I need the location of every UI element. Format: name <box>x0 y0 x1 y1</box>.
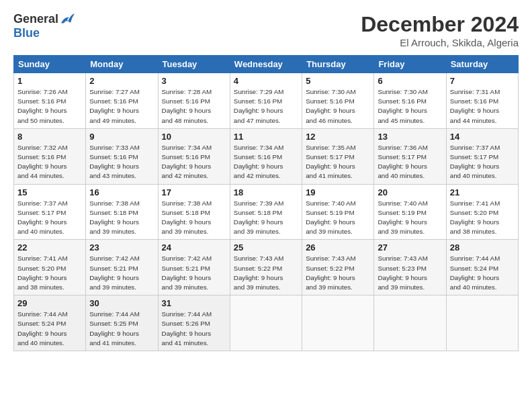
day-info: Sunrise: 7:40 AMSunset: 5:19 PMDaylight:… <box>378 199 442 237</box>
table-row: 19Sunrise: 7:40 AMSunset: 5:19 PMDayligh… <box>302 184 374 240</box>
table-row: 20Sunrise: 7:40 AMSunset: 5:19 PMDayligh… <box>374 184 446 240</box>
day-info: Sunrise: 7:42 AMSunset: 5:21 PMDaylight:… <box>162 254 226 292</box>
table-row: 30Sunrise: 7:44 AMSunset: 5:25 PMDayligh… <box>86 295 158 351</box>
table-row <box>230 295 302 351</box>
day-number: 11 <box>234 132 298 142</box>
day-info: Sunrise: 7:28 AMSunset: 5:16 PMDaylight:… <box>162 87 226 126</box>
day-number: 4 <box>234 76 298 86</box>
day-number: 1 <box>17 76 82 86</box>
col-saturday: Saturday <box>446 56 518 73</box>
table-row: 10Sunrise: 7:34 AMSunset: 5:16 PMDayligh… <box>158 128 230 184</box>
table-row: 8Sunrise: 7:32 AMSunset: 5:16 PMDaylight… <box>14 128 86 184</box>
table-row: 2Sunrise: 7:27 AMSunset: 5:16 PMDaylight… <box>86 73 158 129</box>
day-number: 26 <box>306 242 370 253</box>
day-number: 13 <box>378 132 442 142</box>
col-thursday: Thursday <box>302 56 374 73</box>
col-sunday: Sunday <box>14 56 86 73</box>
day-info: Sunrise: 7:32 AMSunset: 5:16 PMDaylight:… <box>17 143 82 181</box>
day-info: Sunrise: 7:44 AMSunset: 5:24 PMDaylight:… <box>17 310 82 348</box>
calendar-week-2: 8Sunrise: 7:32 AMSunset: 5:16 PMDaylight… <box>14 128 519 184</box>
title-block: December 2024 El Arrouch, Skikda, Algeri… <box>361 12 519 48</box>
day-number: 8 <box>17 132 82 142</box>
day-info: Sunrise: 7:38 AMSunset: 5:18 PMDaylight:… <box>89 199 154 237</box>
day-number: 12 <box>306 132 370 142</box>
day-number: 18 <box>234 187 298 197</box>
day-number: 14 <box>450 132 515 142</box>
day-info: Sunrise: 7:37 AMSunset: 5:17 PMDaylight:… <box>450 143 515 181</box>
table-row: 7Sunrise: 7:31 AMSunset: 5:16 PMDaylight… <box>446 73 518 129</box>
day-number: 19 <box>306 187 370 197</box>
location-subtitle: El Arrouch, Skikda, Algeria <box>361 37 519 48</box>
day-info: Sunrise: 7:41 AMSunset: 5:20 PMDaylight:… <box>450 199 515 237</box>
day-info: Sunrise: 7:35 AMSunset: 5:17 PMDaylight:… <box>306 143 370 181</box>
day-number: 7 <box>450 76 515 86</box>
day-info: Sunrise: 7:44 AMSunset: 5:24 PMDaylight:… <box>450 254 515 292</box>
day-number: 10 <box>162 132 226 142</box>
day-number: 21 <box>450 187 515 197</box>
day-number: 16 <box>89 187 154 197</box>
col-monday: Monday <box>86 56 158 73</box>
day-number: 24 <box>162 242 226 253</box>
logo: General Blue <box>13 12 75 40</box>
table-row: 6Sunrise: 7:30 AMSunset: 5:16 PMDaylight… <box>374 73 446 129</box>
table-row: 23Sunrise: 7:42 AMSunset: 5:21 PMDayligh… <box>86 240 158 295</box>
day-number: 2 <box>89 76 154 86</box>
day-number: 5 <box>306 76 370 86</box>
day-number: 28 <box>450 242 515 253</box>
table-row: 31Sunrise: 7:44 AMSunset: 5:26 PMDayligh… <box>158 295 230 351</box>
calendar-header-row: Sunday Monday Tuesday Wednesday Thursday… <box>14 56 519 73</box>
day-info: Sunrise: 7:34 AMSunset: 5:16 PMDaylight:… <box>234 143 298 181</box>
col-friday: Friday <box>374 56 446 73</box>
day-info: Sunrise: 7:44 AMSunset: 5:25 PMDaylight:… <box>89 310 154 348</box>
day-info: Sunrise: 7:42 AMSunset: 5:21 PMDaylight:… <box>89 254 154 292</box>
day-info: Sunrise: 7:43 AMSunset: 5:23 PMDaylight:… <box>378 254 442 292</box>
calendar-week-3: 15Sunrise: 7:37 AMSunset: 5:17 PMDayligh… <box>14 184 519 240</box>
page-header: General Blue December 2024 El Arrouch, S… <box>13 12 519 48</box>
day-number: 17 <box>162 187 226 197</box>
table-row: 4Sunrise: 7:29 AMSunset: 5:16 PMDaylight… <box>230 73 302 129</box>
day-number: 30 <box>89 298 154 308</box>
day-number: 23 <box>89 242 154 253</box>
table-row: 24Sunrise: 7:42 AMSunset: 5:21 PMDayligh… <box>158 240 230 295</box>
day-info: Sunrise: 7:31 AMSunset: 5:16 PMDaylight:… <box>450 87 515 126</box>
logo-bird-icon <box>60 13 75 26</box>
day-number: 29 <box>17 298 82 308</box>
day-info: Sunrise: 7:34 AMSunset: 5:16 PMDaylight:… <box>162 143 226 181</box>
table-row: 28Sunrise: 7:44 AMSunset: 5:24 PMDayligh… <box>446 240 518 295</box>
day-info: Sunrise: 7:38 AMSunset: 5:18 PMDaylight:… <box>162 199 226 237</box>
table-row: 25Sunrise: 7:43 AMSunset: 5:22 PMDayligh… <box>230 240 302 295</box>
day-number: 6 <box>378 76 442 86</box>
day-number: 20 <box>378 187 442 197</box>
calendar-week-1: 1Sunrise: 7:26 AMSunset: 5:16 PMDaylight… <box>14 73 519 129</box>
table-row: 21Sunrise: 7:41 AMSunset: 5:20 PMDayligh… <box>446 184 518 240</box>
table-row: 16Sunrise: 7:38 AMSunset: 5:18 PMDayligh… <box>86 184 158 240</box>
table-row: 29Sunrise: 7:44 AMSunset: 5:24 PMDayligh… <box>14 295 86 351</box>
table-row: 14Sunrise: 7:37 AMSunset: 5:17 PMDayligh… <box>446 128 518 184</box>
day-info: Sunrise: 7:29 AMSunset: 5:16 PMDaylight:… <box>234 87 298 126</box>
calendar-week-4: 22Sunrise: 7:41 AMSunset: 5:20 PMDayligh… <box>14 240 519 295</box>
day-number: 27 <box>378 242 442 253</box>
day-info: Sunrise: 7:30 AMSunset: 5:16 PMDaylight:… <box>306 87 370 126</box>
table-row <box>446 295 518 351</box>
table-row: 11Sunrise: 7:34 AMSunset: 5:16 PMDayligh… <box>230 128 302 184</box>
logo-blue-text: Blue <box>13 26 40 40</box>
day-number: 22 <box>17 242 82 253</box>
calendar-table: Sunday Monday Tuesday Wednesday Thursday… <box>13 55 519 351</box>
day-info: Sunrise: 7:43 AMSunset: 5:22 PMDaylight:… <box>306 254 370 292</box>
day-info: Sunrise: 7:30 AMSunset: 5:16 PMDaylight:… <box>378 87 442 126</box>
day-info: Sunrise: 7:40 AMSunset: 5:19 PMDaylight:… <box>306 199 370 237</box>
day-info: Sunrise: 7:39 AMSunset: 5:18 PMDaylight:… <box>234 199 298 237</box>
table-row: 18Sunrise: 7:39 AMSunset: 5:18 PMDayligh… <box>230 184 302 240</box>
day-number: 9 <box>89 132 154 142</box>
calendar-week-5: 29Sunrise: 7:44 AMSunset: 5:24 PMDayligh… <box>14 295 519 351</box>
day-number: 25 <box>234 242 298 253</box>
day-number: 15 <box>17 187 82 197</box>
day-number: 3 <box>162 76 226 86</box>
logo-general-text: General <box>13 12 58 26</box>
month-title: December 2024 <box>361 12 519 37</box>
table-row <box>374 295 446 351</box>
col-wednesday: Wednesday <box>230 56 302 73</box>
day-info: Sunrise: 7:36 AMSunset: 5:17 PMDaylight:… <box>378 143 442 181</box>
table-row: 27Sunrise: 7:43 AMSunset: 5:23 PMDayligh… <box>374 240 446 295</box>
table-row: 5Sunrise: 7:30 AMSunset: 5:16 PMDaylight… <box>302 73 374 129</box>
